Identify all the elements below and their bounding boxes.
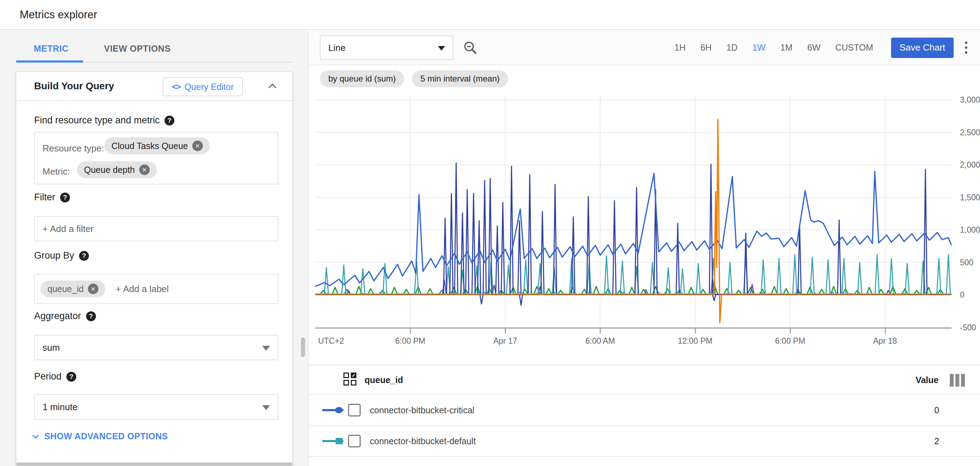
chart-toolbar: Line 1H6H1D1W1M6WCUSTOM Save Chart [309, 30, 980, 65]
active-tab-indicator [16, 60, 83, 62]
range-6h-button[interactable]: 6H [693, 35, 719, 60]
x-axis: UTC+2 6:00 PMApr 176:00 AM12:00 PM6:00 P… [315, 328, 951, 329]
app-header: Metrics explorer [0, 0, 980, 30]
add-filter-placeholder: + Add a filter [43, 224, 94, 234]
help-icon[interactable]: ? [79, 251, 89, 261]
row-checkbox[interactable] [348, 404, 361, 417]
help-icon[interactable]: ? [86, 312, 96, 321]
horizontal-scrollbar[interactable] [16, 463, 293, 466]
queue-id-cell: connector-bitbucket-default [370, 436, 476, 446]
help-icon[interactable]: ? [60, 192, 70, 202]
chevron-down-icon [438, 46, 445, 51]
more-options-icon[interactable] [965, 41, 967, 54]
build-query-card: Build Your Query <> Query Editor Find re… [16, 72, 293, 466]
group-by-summary-chip[interactable]: by queue id (sum) [320, 70, 404, 87]
x-tick-label: Apr 18 [857, 336, 913, 346]
collapse-chevron-icon[interactable] [269, 84, 277, 92]
help-icon[interactable]: ? [164, 116, 174, 126]
metric-chip[interactable]: Queue depth ✕ [77, 161, 157, 178]
help-icon[interactable]: ? [67, 372, 76, 382]
y-tick-label: 500 [960, 258, 973, 267]
range-1m-button[interactable]: 1M [773, 35, 800, 60]
queue-id-cell: connector-bitbucket-critical [370, 405, 474, 415]
add-label-placeholder: + Add a label [116, 284, 169, 294]
group-by-chip[interactable]: queue_id ✕ [40, 280, 105, 297]
range-1h-button[interactable]: 1H [667, 35, 693, 60]
left-tabstrip: METRIC VIEW OPTIONS [16, 35, 293, 62]
x-tick-mark [695, 329, 696, 334]
find-resource-label: Find resource type and metric ? [34, 115, 174, 126]
query-editor-label: Query Editor [185, 82, 234, 92]
chevron-down-icon [32, 432, 39, 439]
tab-metric[interactable]: METRIC [34, 35, 68, 62]
period-select[interactable]: 1 minute [34, 394, 278, 420]
table-row[interactable]: connector-bitbucket-critical0 [309, 394, 980, 425]
remove-metric-icon[interactable]: ✕ [139, 164, 150, 175]
range-6w-button[interactable]: 6W [800, 35, 828, 60]
resource-type-chip[interactable]: Cloud Tasks Queue ✕ [104, 137, 210, 154]
metric-label: Metric: [43, 166, 70, 177]
remove-group-by-icon[interactable]: ✕ [88, 284, 99, 294]
chart-panel: Line 1H6H1D1W1M6WCUSTOM Save Chart by qu… [309, 30, 980, 466]
group-by-input[interactable]: queue_id ✕ + Add a label [34, 274, 278, 304]
resource-metric-box[interactable]: Resource type: Cloud Tasks Queue ✕ Metri… [34, 132, 278, 184]
interval-summary-chip[interactable]: 5 min interval (mean) [412, 70, 508, 87]
chart-type-select[interactable]: Line [320, 35, 453, 60]
x-tick-mark [505, 329, 506, 334]
range-1d-button[interactable]: 1D [719, 35, 745, 60]
series-marker-icon [322, 409, 344, 411]
x-tick-label: 12:00 PM [667, 336, 724, 346]
tab-view-options[interactable]: VIEW OPTIONS [104, 35, 170, 62]
filter-label: Filter ? [34, 192, 70, 203]
legend-table-header: ✓ queue_id Value [309, 366, 980, 394]
x-tick-label: Apr 17 [477, 336, 533, 346]
period-label: Period ? [34, 371, 76, 382]
y-tick-label: 1,000 [960, 225, 980, 235]
group-column-header[interactable]: queue_id [364, 366, 403, 394]
series-line-teal-spikes [315, 254, 951, 294]
x-tick-mark [600, 329, 601, 334]
y-axis-labels: 3,0002,5002,0001,5001,0005000-500 [960, 95, 980, 328]
row-checkbox[interactable] [348, 435, 361, 447]
table-row-partial[interactable] [309, 456, 980, 466]
x-tick-mark [410, 329, 411, 334]
columns-icon[interactable] [950, 374, 965, 386]
aggregator-select[interactable]: sum [34, 335, 278, 360]
remove-resource-type-icon[interactable]: ✕ [192, 141, 203, 151]
query-editor-button[interactable]: <> Query Editor [163, 77, 243, 96]
card-title: Build Your Query [34, 72, 114, 100]
value-column-header[interactable]: Value [916, 366, 939, 394]
range-custom-button[interactable]: CUSTOM [828, 35, 881, 60]
value-cell: 2 [934, 436, 939, 446]
save-chart-button[interactable]: Save Chart [891, 38, 954, 58]
y-tick-label: 2,000 [960, 160, 980, 170]
chart-plot-area[interactable] [315, 95, 951, 328]
y-tick-label: -500 [960, 323, 976, 332]
table-row[interactable]: connector-bitbucket-default2 [309, 425, 980, 456]
x-tick-label: 6:00 PM [762, 336, 818, 346]
vertical-scrollbar[interactable] [301, 337, 305, 357]
y-tick-label: 3,000 [960, 95, 980, 105]
range-1w-button[interactable]: 1W [745, 35, 773, 60]
code-icon: <> [172, 82, 180, 92]
x-tick-label: 6:00 PM [382, 336, 438, 346]
y-tick-label: 2,500 [960, 128, 980, 137]
aggregator-value: sum [43, 342, 60, 353]
series-line-blue-main [315, 172, 951, 287]
y-tick-label: 0 [960, 290, 964, 300]
chevron-down-icon [262, 346, 270, 351]
y-tick-label: 1,500 [960, 193, 980, 202]
zoom-out-icon[interactable] [463, 40, 478, 56]
timezone-label: UTC+2 [318, 336, 344, 346]
time-range-group: 1H6H1D1W1M6WCUSTOM [667, 35, 881, 60]
x-tick-mark [790, 329, 791, 334]
chevron-down-icon [262, 405, 270, 410]
aggregator-label: Aggregator ? [34, 311, 96, 321]
chart-type-value: Line [328, 42, 345, 53]
series-marker-icon [322, 440, 344, 442]
page-title: Metrics explorer [20, 0, 97, 29]
filter-input[interactable]: + Add a filter [34, 216, 278, 242]
select-all-grid-icon[interactable]: ✓ [344, 372, 358, 386]
resource-type-label: Resource type: [43, 143, 104, 154]
show-advanced-options-link[interactable]: SHOW ADVANCED OPTIONS [34, 431, 168, 441]
